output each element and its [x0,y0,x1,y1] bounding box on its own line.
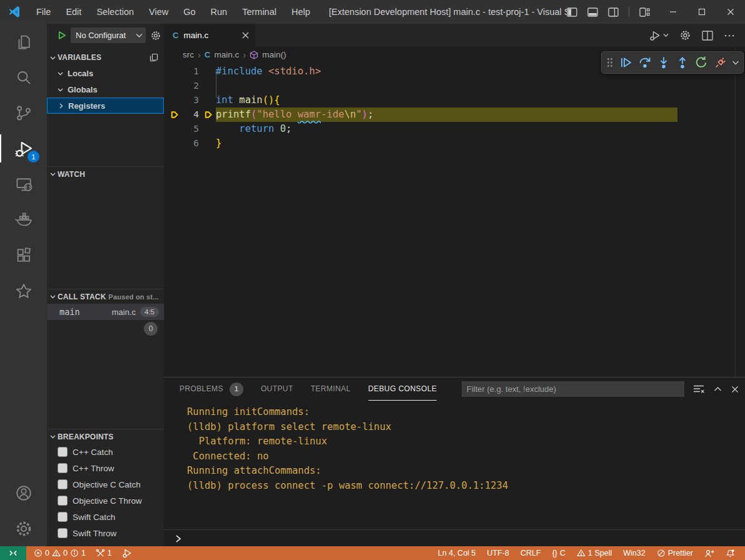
maximize-panel-icon[interactable] [714,386,722,392]
breakpoint-item-objective-c-catch[interactable]: Objective C Catch [47,476,164,492]
checkbox-unchecked[interactable] [58,447,68,457]
disconnect-icon[interactable] [713,55,728,70]
panel-tab-problems[interactable]: PROBLEMS1 [180,378,243,401]
feedback-icon[interactable] [701,546,718,560]
step-out-icon[interactable] [675,55,690,70]
problems-status[interactable]: 0 0 1 [30,546,89,560]
sidebar-item-registers[interactable]: Registers [47,98,164,114]
toggle-panel-icon[interactable] [587,8,598,17]
activity-extensions-icon[interactable] [0,238,47,273]
console-filter-input[interactable] [462,381,684,397]
maximize-button[interactable] [687,0,716,24]
breakpoint-item-c-catch[interactable]: C++ Catch [47,444,164,460]
notifications-bell-icon[interactable] [722,546,739,560]
menu-help[interactable]: Help [284,7,318,17]
close-tab-icon[interactable] [242,32,249,39]
tab-main-c[interactable]: C main.c [164,24,255,47]
menu-edit[interactable]: Edit [58,7,89,17]
debug-console-input[interactable] [164,529,745,547]
activity-accounts-icon[interactable] [0,475,47,511]
minimize-button[interactable] [659,0,687,24]
breakpoint-item-swift-catch[interactable]: Swift Catch [47,509,164,525]
continue-icon[interactable] [618,55,633,70]
debug-session-chevron-icon[interactable] [732,60,739,66]
remote-indicator[interactable] [0,546,26,560]
breakpoint-item-objective-c-throw[interactable]: Objective C Throw [47,492,164,509]
debug-configuration-dropdown[interactable]: No Configurat [71,28,146,43]
gutter-glyph-margin[interactable] [164,122,185,136]
code-text[interactable]: return 0; [216,122,291,136]
panel-tab-terminal[interactable]: TERMINAL [311,378,351,401]
panel-tab-debug-console[interactable]: DEBUG CONSOLE [368,378,437,401]
menu-terminal[interactable]: Terminal [235,7,284,17]
toolchain-status[interactable]: 1 [92,546,116,560]
spell-checker-status[interactable]: 1 Spell [573,546,616,560]
encoding-indicator[interactable]: UTF-8 [484,546,513,560]
breadcrumb-folder[interactable]: src [183,50,194,59]
gutter-glyph-margin[interactable] [164,64,185,79]
debug-status[interactable] [118,546,136,560]
gutter-glyph-margin[interactable] [164,93,185,108]
activity-docker-icon[interactable] [0,202,47,238]
current-statement-pointer-icon[interactable] [164,108,185,122]
gutter-glyph-margin[interactable] [164,136,185,151]
toolbar-drag-handle[interactable] [606,57,614,68]
clear-console-icon[interactable] [693,384,704,394]
checkbox-unchecked[interactable] [58,512,68,522]
menu-run[interactable]: Run [203,7,235,17]
copy-value-icon[interactable] [149,52,159,62]
close-button[interactable] [716,0,745,24]
editor-scrollbar[interactable] [735,47,745,377]
activity-explorer-icon[interactable] [0,24,47,59]
checkbox-unchecked[interactable] [58,496,68,506]
breadcrumb-symbol[interactable]: main() [262,50,286,59]
step-into-icon[interactable] [656,55,671,70]
activity-source-control-icon[interactable] [0,95,47,131]
menu-file[interactable]: File [29,7,58,17]
breakpoint-item-c-throw[interactable]: C++ Throw [47,460,164,476]
more-actions-icon[interactable]: ⋯ [724,29,735,42]
restart-icon[interactable] [694,55,709,70]
panel-tab-output[interactable]: OUTPUT [261,378,293,401]
activity-favorites-icon[interactable] [0,273,47,309]
close-panel-icon[interactable] [731,386,739,393]
breakpoint-item-swift-throw[interactable]: Swift Throw [47,525,164,541]
call-stack-section-header[interactable]: CALL STACK Paused on st... [47,289,164,304]
breadcrumb-file[interactable]: main.c [214,50,239,59]
debug-console-output[interactable]: Running initCommands:(lldb) platform sel… [164,401,745,493]
menu-view[interactable]: View [141,7,176,17]
checkbox-unchecked[interactable] [58,479,68,489]
toggle-secondary-sidebar-icon[interactable] [608,8,619,17]
activity-remote-explorer-icon[interactable] [0,166,47,202]
run-or-debug-icon[interactable] [649,29,669,42]
menu-go[interactable]: Go [176,7,203,17]
stack-frame-row[interactable]: main main.c 4:5 [47,304,164,320]
language-mode[interactable]: {} C [549,546,569,560]
eol-indicator[interactable]: CRLF [517,546,545,560]
cursor-position[interactable]: Ln 4, Col 5 [434,546,479,560]
activity-search-icon[interactable] [0,59,47,95]
formatter-status[interactable]: Prettier [653,546,697,560]
debug-settings-gear-icon[interactable] [150,30,161,41]
checkbox-unchecked[interactable] [58,528,68,538]
sidebar-item-locals[interactable]: Locals [47,65,164,81]
code-text[interactable]: int main(){ [216,93,280,108]
code-text[interactable]: } [216,136,221,151]
split-editor-icon[interactable] [702,31,713,41]
code-text[interactable]: #include <stdio.h> [216,64,321,79]
checkbox-unchecked[interactable] [58,463,68,473]
gutter-glyph-margin[interactable] [164,79,185,93]
code-text[interactable]: printf("hello wamr-ide\n"); [199,108,373,122]
step-over-icon[interactable] [637,55,652,70]
breakpoints-section-header[interactable]: BREAKPOINTS [47,429,164,444]
configure-gear-icon[interactable] [679,29,691,41]
menu-selection[interactable]: Selection [89,7,141,17]
activity-run-debug-icon[interactable]: 1 [0,131,47,166]
start-debug-icon[interactable] [57,31,66,40]
variables-section-header[interactable]: VARIABLES [47,50,164,65]
platform-indicator[interactable]: Win32 [619,546,649,560]
sidebar-item-globals[interactable]: Globals [47,81,164,98]
toggle-sidebar-icon[interactable] [567,8,577,17]
customize-layout-icon[interactable] [639,8,650,17]
activity-settings-gear-icon[interactable] [0,511,47,546]
